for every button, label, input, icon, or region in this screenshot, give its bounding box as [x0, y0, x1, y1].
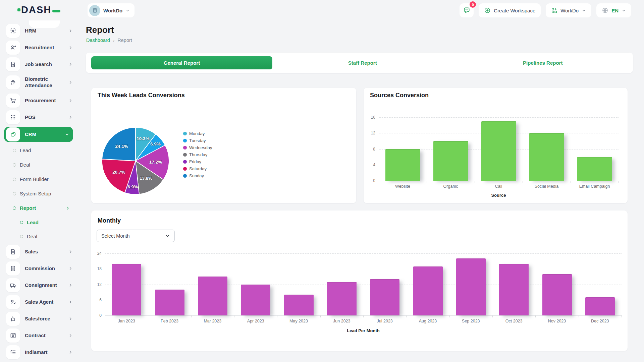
workspace-avatar	[89, 5, 100, 16]
sidebar-subitem-system-setup[interactable]: System Setup	[0, 186, 77, 201]
messages-count-badge: 0	[470, 1, 476, 8]
legend-label: Thursday	[189, 152, 207, 157]
bar-aug-2023	[413, 266, 443, 316]
sidebar-item-sales-agent[interactable]: Sales Agent	[0, 294, 77, 310]
breadcrumb-dashboard-link[interactable]: Dashboard	[86, 38, 110, 43]
bar-oct-2023	[499, 264, 529, 315]
pie-slice-label: 6.9%	[150, 141, 161, 146]
sidebar-item-pos[interactable]: POS	[0, 109, 77, 126]
hrm-icon	[6, 24, 20, 38]
sidebar-item-consignment[interactable]: Consignment	[0, 277, 77, 294]
sidebar-subitem-label: Form Builder	[20, 176, 49, 182]
tab-general-report[interactable]: General Report	[91, 56, 272, 69]
sidebar-item-job-search[interactable]: Job Search	[0, 56, 77, 73]
sidebar-item-sales[interactable]: Sales	[0, 243, 77, 260]
tab-pipelines-report[interactable]: Pipelines Report	[453, 53, 633, 73]
chevron-down-icon	[65, 132, 69, 136]
sidebar-subitem-form-builder[interactable]: Form Builder	[0, 172, 77, 186]
bar-dec-2023	[585, 297, 615, 315]
bullet-icon	[20, 221, 23, 224]
sidebar-item-recruitment[interactable]: Recruitment	[0, 39, 77, 56]
sidebar-subitem-deal[interactable]: Deal	[0, 158, 77, 172]
create-workspace-button[interactable]: Create Workspace	[479, 3, 541, 17]
bullet-icon	[13, 149, 16, 152]
sidebar-subitem-lead[interactable]: Lead	[0, 143, 77, 158]
sidebar-subitem-label: System Setup	[20, 191, 51, 196]
week-leads-chart: 10.3%6.9%17.2%13.8%6.9%20.7%24.1% Monday…	[91, 103, 356, 203]
x-axis-tick	[475, 181, 475, 183]
bar-call	[481, 121, 516, 181]
legend-dot	[183, 167, 187, 171]
x-tick-label: Jun 2023	[320, 319, 363, 323]
month-select[interactable]: Select Month	[97, 230, 175, 242]
sources-bar-chart: 0481216WebsiteOrganicCallSocial MediaEma…	[364, 103, 628, 203]
sidebar-item-biometric-attendance[interactable]: Biometric Attendance	[0, 73, 77, 92]
bar-feb-2023	[155, 290, 184, 315]
card-title: Sources Conversion	[370, 92, 429, 99]
language-button[interactable]: EN	[596, 3, 631, 17]
x-tick-label: Sep 2023	[449, 319, 492, 323]
chevron-down-icon	[582, 8, 586, 13]
chevron-down-icon	[622, 8, 626, 13]
monthly-bar-chart: 06121824Jan 2023Feb 2023Mar 2023Apr 2023…	[91, 247, 628, 351]
workspace-switcher[interactable]: WorkDo	[88, 3, 135, 17]
chevron-right-icon	[68, 115, 72, 119]
y-tick-label: 0	[91, 313, 102, 318]
x-axis-tick	[619, 181, 619, 183]
x-axis-tick	[148, 315, 148, 317]
logo-dot-icon	[17, 8, 20, 11]
sidebar-item-commission[interactable]: Commission	[0, 260, 77, 277]
create-workspace-label: Create Workspace	[494, 8, 535, 13]
sidebar-subitem-label: Report	[20, 205, 36, 211]
sidebar-subitem-label: Lead	[20, 147, 31, 153]
sales-agent-icon	[6, 295, 20, 309]
sidebar-subsubitem-lead[interactable]: Lead	[0, 215, 77, 229]
globe-icon	[602, 7, 608, 14]
pie-chart: 10.3%6.9%17.2%13.8%6.9%20.7%24.1%	[100, 125, 171, 196]
sidebar-subsubitem-deal[interactable]: Deal	[0, 229, 77, 243]
contract-icon	[6, 328, 20, 343]
sidebar-item-label: HRM	[25, 28, 64, 34]
tab-staff-report[interactable]: Staff Report	[272, 53, 453, 73]
pie-slice-label: 17.2%	[149, 160, 162, 165]
sidebar-item-contract[interactable]: Contract	[0, 327, 77, 344]
apps-menu-button[interactable]: WorkDo	[546, 3, 591, 17]
workspace-label: WorkDo	[103, 8, 122, 13]
chevron-right-icon	[68, 300, 72, 304]
sidebar-subitem-report[interactable]: Report	[0, 201, 77, 215]
legend-dot	[183, 139, 187, 142]
legend-item: Friday	[183, 160, 212, 164]
x-tick-label: Jul 2023	[363, 319, 406, 323]
chevron-right-icon	[68, 250, 72, 254]
x-tick-label: Social Media	[523, 184, 571, 189]
bar-jul-2023	[370, 279, 399, 315]
consignment-icon	[6, 278, 20, 292]
messages-button[interactable]: 0	[460, 3, 474, 17]
y-tick-label: 0	[364, 178, 375, 183]
sidebar-item-label: Procurement	[25, 98, 64, 104]
x-axis-line	[379, 181, 619, 181]
sidebar-item-label: Salesforce	[25, 316, 64, 322]
x-tick-label: Mar 2023	[191, 319, 234, 323]
sidebar-item-salesforce[interactable]: Salesforce	[0, 310, 77, 327]
x-axis-tick	[277, 315, 277, 317]
sidebar-item-hrm[interactable]: HRM	[0, 22, 77, 39]
x-axis-tick	[571, 181, 571, 183]
sidebar-item-label: Sales Agent	[25, 299, 64, 305]
bar-apr-2023	[241, 285, 270, 316]
job-search-icon	[6, 57, 20, 71]
pie-slice-label: 20.7%	[112, 170, 125, 175]
legend-item: Monday	[183, 131, 212, 136]
sidebar-item-procurement[interactable]: Procurement	[0, 92, 77, 109]
sidebar-item-label: Recruitment	[25, 45, 64, 51]
breadcrumb: Dashboard › Report	[86, 38, 132, 43]
sidebar-item-indiamart[interactable]: Indiamart	[0, 344, 77, 361]
legend-dot	[183, 153, 187, 157]
sales-icon	[6, 245, 20, 259]
sidebar-item-crm[interactable]: CRM	[4, 127, 73, 142]
sidebar-item-label: Sales	[25, 249, 64, 255]
apps-menu-label: WorkDo	[560, 8, 579, 13]
y-tick-label: 6	[91, 298, 102, 302]
sidebar-item-label: Indiamart	[25, 349, 64, 356]
chevron-right-icon	[66, 206, 70, 210]
